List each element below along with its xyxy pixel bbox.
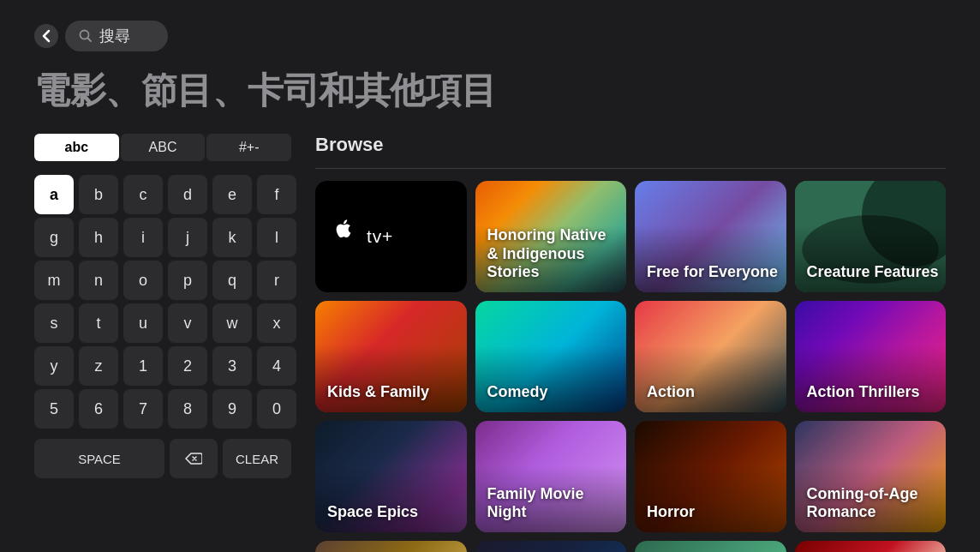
card-free[interactable]: Free for Everyone	[635, 181, 786, 292]
key-e[interactable]: e	[212, 175, 252, 214]
card-kids-family[interactable]: Kids & Family	[315, 301, 467, 412]
app-container: 搜尋 電影、節目、卡司和其他項目 abc ABC #+- a b c d e f	[0, 0, 980, 552]
key-p[interactable]: p	[168, 261, 207, 300]
card-bottom-1[interactable]	[315, 541, 467, 552]
search-label: 搜尋	[99, 26, 130, 46]
key-9[interactable]: 9	[212, 389, 252, 429]
key-7[interactable]: 7	[123, 389, 163, 429]
card-family-night-label: Family Movie Night	[487, 485, 620, 522]
keyboard-tabs: abc ABC #+-	[34, 134, 291, 161]
key-l[interactable]: l	[257, 218, 296, 257]
keyboard-row-3: m n o p q r	[34, 261, 291, 300]
key-m[interactable]: m	[34, 261, 74, 300]
card-indigenous-label: Honoring Native & Indigenous Stories	[487, 226, 620, 282]
key-4[interactable]: 4	[257, 346, 296, 386]
card-space-label: Space Epics	[327, 503, 460, 522]
browse-panel: Browse tv+ Honoring	[315, 134, 946, 552]
card-creature[interactable]: Creature Features	[795, 181, 947, 292]
key-y[interactable]: y	[34, 346, 74, 386]
key-w[interactable]: w	[212, 303, 252, 343]
card-horror-label: Horror	[647, 503, 780, 522]
key-2[interactable]: 2	[168, 346, 207, 386]
search-pill[interactable]: 搜尋	[65, 21, 168, 51]
key-8[interactable]: 8	[168, 389, 207, 429]
key-j[interactable]: j	[168, 218, 207, 257]
card-space-epics[interactable]: Space Epics	[315, 421, 467, 532]
key-n[interactable]: n	[79, 261, 118, 300]
keyboard-row-5: y z 1 2 3 4	[34, 346, 291, 386]
card-appletv-plus[interactable]: tv+	[315, 181, 467, 292]
card-kids-label: Kids & Family	[327, 383, 460, 402]
key-u[interactable]: u	[123, 303, 163, 343]
key-a[interactable]: a	[34, 175, 74, 214]
card-action-thrillers-label: Action Thrillers	[807, 383, 940, 402]
main-content: abc ABC #+- a b c d e f g h i	[34, 134, 946, 552]
keyboard-row-4: s t u v w x	[34, 303, 291, 343]
key-x[interactable]: x	[257, 303, 296, 343]
card-bottom-4[interactable]	[795, 541, 947, 552]
key-k[interactable]: k	[212, 218, 252, 257]
svg-text:tv+: tv+	[367, 226, 393, 246]
key-f[interactable]: f	[257, 175, 296, 214]
card-comedy-label: Comedy	[487, 383, 620, 402]
card-comedy[interactable]: Comedy	[475, 301, 627, 412]
keyboard-panel: abc ABC #+- a b c d e f g h i	[34, 134, 291, 552]
key-s[interactable]: s	[34, 303, 74, 343]
card-indigenous[interactable]: Honoring Native & Indigenous Stories	[475, 181, 627, 292]
browse-separator	[315, 168, 946, 169]
card-free-label: Free for Everyone	[647, 263, 780, 282]
browse-title: Browse	[315, 134, 946, 156]
tab-uppercase[interactable]: ABC	[121, 134, 206, 161]
backspace-key[interactable]	[170, 439, 218, 478]
card-coming-of-age[interactable]: Coming-of-Age Romance	[795, 421, 947, 532]
key-g[interactable]: g	[34, 218, 74, 257]
clear-key[interactable]: CLEAR	[223, 439, 291, 478]
page-title: 電影、節目、卡司和其他項目	[34, 67, 946, 115]
key-d[interactable]: d	[168, 175, 207, 214]
key-i[interactable]: i	[123, 218, 163, 257]
key-h[interactable]: h	[79, 218, 118, 257]
keyboard-row-6: 5 6 7 8 9 0	[34, 389, 291, 429]
back-button[interactable]	[34, 24, 58, 48]
key-z[interactable]: z	[79, 346, 118, 386]
key-1[interactable]: 1	[123, 346, 163, 386]
card-bottom-2[interactable]	[475, 541, 627, 552]
tab-symbols[interactable]: #+-	[206, 134, 291, 161]
keyboard-actions: SPACE CLEAR	[34, 439, 291, 478]
card-bottom-3[interactable]	[635, 541, 786, 552]
key-o[interactable]: o	[123, 261, 163, 300]
key-b[interactable]: b	[79, 175, 118, 214]
keyboard-row-1: a b c d e f	[34, 175, 291, 214]
search-icon	[79, 29, 93, 43]
card-action[interactable]: Action	[635, 301, 786, 412]
card-coming-of-age-label: Coming-of-Age Romance	[807, 485, 940, 522]
space-key[interactable]: SPACE	[34, 439, 164, 478]
browse-grid: tv+ Honoring Native & Indigenous Stories…	[315, 181, 946, 552]
appletv-logo: tv+	[315, 215, 467, 258]
key-q[interactable]: q	[212, 261, 252, 300]
keyboard-rows: a b c d e f g h i j k l m	[34, 175, 291, 429]
card-family-movie-night[interactable]: Family Movie Night	[475, 421, 627, 532]
search-bar: 搜尋	[34, 21, 946, 51]
card-horror[interactable]: Horror	[635, 421, 786, 532]
key-3[interactable]: 3	[212, 346, 252, 386]
key-c[interactable]: c	[123, 175, 163, 214]
key-5[interactable]: 5	[34, 389, 74, 429]
keyboard-row-2: g h i j k l	[34, 218, 291, 257]
key-6[interactable]: 6	[79, 389, 118, 429]
key-0[interactable]: 0	[257, 389, 296, 429]
card-action-thrillers[interactable]: Action Thrillers	[795, 301, 947, 412]
key-v[interactable]: v	[168, 303, 207, 343]
key-r[interactable]: r	[257, 261, 296, 300]
card-action-label: Action	[647, 383, 780, 402]
card-creature-label: Creature Features	[807, 263, 940, 282]
tab-lowercase[interactable]: abc	[34, 134, 119, 161]
key-t[interactable]: t	[79, 303, 118, 343]
